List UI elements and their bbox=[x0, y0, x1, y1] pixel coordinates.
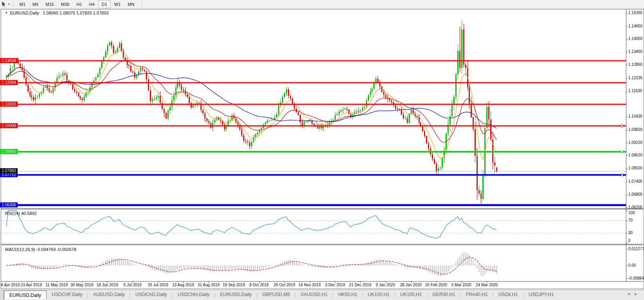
tab-scroll-nav: ◄► bbox=[627, 292, 641, 296]
tab-hk50-h1[interactable]: HK50,H1 bbox=[333, 290, 362, 299]
date-tick-label: 25 Jul 2019 bbox=[148, 283, 168, 287]
price-tick-label: 1.14650 bbox=[628, 24, 642, 29]
rsi-tick-label: 0 bbox=[628, 238, 631, 243]
date-tick-label: 21 Dec 2019 bbox=[349, 283, 371, 287]
price-line-badge: 1.08800 bbox=[0, 149, 18, 154]
tab-usdcnh-daily[interactable]: USDCNH,Daily bbox=[173, 290, 215, 299]
price-tick-label: 1.08020 bbox=[628, 166, 642, 171]
macd-label: MACD(12,26,9) bbox=[5, 247, 35, 252]
macd-tick-label: 0.011277 bbox=[628, 247, 644, 251]
price-tick-label: 1.07405 bbox=[628, 179, 642, 184]
price-tick-label: 1.10435 bbox=[628, 114, 642, 119]
price-tick-label: 1.09220 bbox=[628, 140, 642, 145]
price-line-badge: 1.06306 bbox=[0, 202, 18, 207]
tab-ger30-h1[interactable]: GER30,H1 bbox=[428, 290, 460, 299]
tab-eurusd-daily[interactable]: EURUSD,Daily bbox=[4, 291, 47, 299]
date-tick-label: 26 Oct 2019 bbox=[274, 283, 295, 287]
macd-header: MACD(12,26,9) -0.004769 -0.002678 bbox=[5, 247, 76, 252]
tab-eurusd-daily[interactable]: EURUSD,Daily bbox=[215, 290, 257, 299]
price-tick-label: 1.08620 bbox=[628, 153, 642, 158]
date-tick-label: 30 May 2019 bbox=[71, 283, 93, 287]
date-tick-label: 3 Dec 2019 bbox=[325, 283, 345, 287]
tab-xauusd-h1[interactable]: XAUUSD,H1 bbox=[295, 290, 333, 299]
macd-values: -0.004769 -0.002678 bbox=[36, 247, 76, 252]
date-tick-label: 18 Jun 2019 bbox=[96, 283, 118, 287]
date-tick-label: 8 Oct 2019 bbox=[249, 283, 269, 287]
chart-dropdown-icon[interactable]: ▼ bbox=[5, 11, 8, 14]
tab-usdcad-daily[interactable]: USDCAD,Daily bbox=[130, 290, 172, 299]
date-tick-label: 19 Sep 2019 bbox=[223, 283, 245, 287]
price-tick-label: 1.11635 bbox=[628, 89, 642, 93]
price-tick-label: 1.09820 bbox=[628, 127, 642, 132]
chart-symbol-label: EURUSD,Daily bbox=[10, 11, 39, 15]
macd-tick-label: -0.008845 bbox=[628, 276, 644, 281]
chart-ohlc-quote: 1.08060 1.08075 1.07820 1.07893 bbox=[43, 11, 109, 15]
rsi-tick-label: 100 bbox=[628, 211, 635, 215]
rsi-header: RSI(14) 40.5892 bbox=[5, 211, 37, 216]
tab-fra40-h1[interactable]: FRA40,H1 bbox=[461, 290, 493, 299]
symbol-tab-bar: EURUSD,DailyUSDCHF,DailyAUDUSD,DailyUSDC… bbox=[0, 290, 644, 300]
date-tick-label: 5 Mar 2020 bbox=[451, 283, 471, 287]
date-tick-label: 28 Jan 2020 bbox=[400, 283, 422, 287]
current-price-badge: 1.07893 bbox=[0, 168, 18, 173]
tab-audusd-daily[interactable]: AUDUSD,Daily bbox=[88, 290, 130, 299]
symbol-tabs: EURUSD,DailyUSDCHF,DailyAUDUSD,DailyUSDC… bbox=[4, 290, 559, 300]
rsi-tick-label: 30 bbox=[628, 231, 633, 235]
rsi-tick-label: 70 bbox=[628, 218, 633, 223]
trading-platform-window: ▾ M1M5M15M30H1H4D1W1MN ▼EURUSD,Daily1.08… bbox=[0, 0, 644, 300]
price-tick-label: 1.12235 bbox=[628, 76, 642, 80]
date-tick-label: 14 Nov 2019 bbox=[298, 283, 321, 287]
price-tick-label: 1.12850 bbox=[628, 62, 642, 67]
price-tick-label: 1.14050 bbox=[628, 36, 642, 41]
rsi-value: 40.5892 bbox=[21, 211, 37, 216]
tab-usdchf-daily[interactable]: USDCHF,Daily bbox=[47, 290, 88, 299]
date-tick-label: 6 Jul 2019 bbox=[124, 283, 142, 287]
price-line-badge: 1.11009 bbox=[0, 102, 18, 107]
date-tick-label: 15 Feb 2020 bbox=[425, 283, 447, 287]
tab-usdjpy-h1[interactable]: USDJPY,H1 bbox=[524, 290, 559, 299]
date-tick-label: 13 Aug 2019 bbox=[172, 283, 194, 287]
tab-scroll-right-icon[interactable]: ► bbox=[634, 292, 641, 296]
price-line-badge: 1.13034 bbox=[0, 58, 18, 63]
price-line-badge: 1.10008 bbox=[0, 123, 18, 128]
tab-usoil-h1[interactable]: USOil,H1 bbox=[493, 290, 523, 299]
date-tick-label: 24 Mar 2020 bbox=[476, 283, 498, 287]
tab-bar-lead bbox=[0, 290, 4, 300]
macd-tick-label: 0.00 bbox=[628, 263, 636, 268]
rsi-label: RSI(14) bbox=[5, 211, 20, 216]
date-tick-label: 11 May 2019 bbox=[45, 283, 68, 287]
tab-gbpusd-m5[interactable]: GBPUSD,M5 bbox=[257, 290, 295, 299]
date-tick-label: 31 Aug 2019 bbox=[198, 283, 220, 287]
date-tick-label: 23 Apr 2019 bbox=[21, 283, 42, 287]
price-tick-label: 1.06805 bbox=[628, 192, 642, 197]
price-line-badge: 1.12004 bbox=[0, 80, 18, 85]
price-tick-label: 1.06205 bbox=[628, 205, 642, 210]
date-tick-label: 9 Jan 2020 bbox=[376, 283, 395, 287]
tab-uk100-h1[interactable]: UK100,H1 bbox=[363, 290, 395, 299]
price-chart-canvas[interactable] bbox=[0, 0, 644, 300]
price-tick-label: 1.13450 bbox=[628, 49, 642, 54]
date-tick-label: 4 Apr 2019 bbox=[1, 283, 20, 287]
tab-scroll-left-icon[interactable]: ◄ bbox=[627, 292, 634, 296]
tab-uk100-h1[interactable]: UK100,H1 bbox=[395, 290, 427, 299]
price-tick-label: 1.15265 bbox=[628, 11, 642, 15]
chart-title: ▼EURUSD,Daily1.08060 1.08075 1.07820 1.0… bbox=[5, 11, 109, 15]
